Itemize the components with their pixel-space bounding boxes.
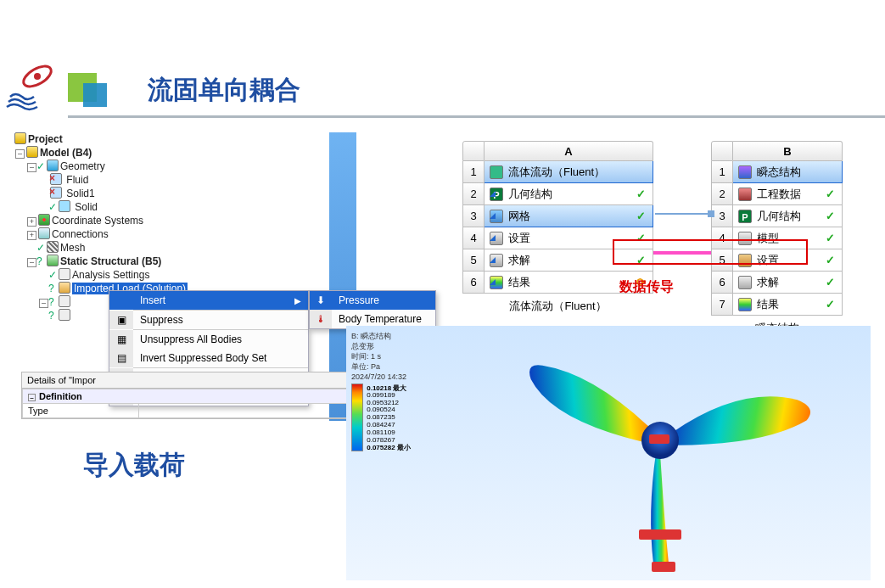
svg-rect-2 [708, 210, 714, 217]
transfer-label: 数据传导 [619, 278, 674, 296]
unsuppress-icon: ▦ [117, 333, 126, 345]
svg-point-1 [34, 73, 41, 80]
tree-solid1[interactable]: Solid1 [39, 187, 255, 200]
sysa-col: A [485, 141, 653, 161]
import-caption: 导入载荷 [83, 448, 185, 483]
ctx-suppress[interactable]: ▣Suppress [109, 311, 308, 329]
slide-header: 流固单向耦合 [0, 51, 885, 119]
result-view: B: 瞬态结构 总变形 时间: 1 s 单位: Pa 2024/7/20 14:… [346, 326, 871, 580]
details-row-value[interactable] [139, 404, 356, 418]
sysb-solve[interactable]: 求解✓ [733, 272, 843, 294]
propeller-contour [473, 334, 847, 572]
svg-rect-6 [652, 562, 675, 572]
sysa-mesh[interactable]: 网格✓ [485, 205, 653, 227]
details-header: Details of "Impor [22, 372, 356, 389]
insert-submenu: ⬇Pressure 🌡Body Temperature [309, 290, 436, 329]
tree-solid[interactable]: ✓ Solid [39, 200, 255, 214]
suppress-icon: ▣ [117, 314, 126, 326]
ctx-unsuppress[interactable]: ▦Unsuppress All Bodies [109, 330, 308, 349]
pressure-icon: ⬇ [316, 294, 325, 306]
temperature-icon: 🌡 [316, 313, 326, 325]
tree-analysis[interactable]: ✓Analysis Settings [39, 268, 255, 282]
sysa-title[interactable]: 流体流动（Fluent） [485, 161, 653, 183]
sub-pressure[interactable]: ⬇Pressure [310, 291, 435, 310]
system-link [655, 206, 714, 215]
tree-fluid[interactable]: Fluid [39, 173, 255, 187]
details-panel: Details of "Impor –Definition Type [21, 372, 356, 419]
tree-conn[interactable]: +Connections [27, 227, 255, 241]
svg-rect-4 [649, 434, 669, 444]
title-decoration [68, 71, 127, 109]
sysb-title[interactable]: 瞬态结构 [733, 161, 843, 183]
invert-icon: ▤ [117, 352, 126, 364]
logo-icon [5, 58, 59, 112]
system-b: B 1瞬态结构 2工程数据✓ 3P几何结构✓ 4模型✓ 5设置✓ 6求解✓ 7结… [711, 141, 843, 336]
details-group: Definition [39, 391, 82, 401]
sysa-footer: 流体流动（Fluent） [462, 299, 653, 314]
tree-geometry[interactable]: –✓Geometry Fluid Solid1 ✓ Solid [27, 160, 255, 214]
sysb-engdata[interactable]: 工程数据✓ [733, 183, 843, 205]
tree-mesh[interactable]: ✓Mesh [27, 241, 255, 255]
transfer-line [653, 251, 711, 255]
sysa-geometry[interactable]: P几何结构✓ [485, 183, 653, 205]
svg-rect-5 [639, 529, 681, 540]
sysb-geometry[interactable]: P几何结构✓ [733, 205, 843, 227]
page-title: 流固单向耦合 [148, 73, 300, 108]
sysb-col: B [733, 141, 843, 161]
details-row-label: Type [23, 404, 139, 418]
color-legend: 0.10218 最大 0.099189 0.0953212 0.090524 0… [351, 384, 411, 451]
ctx-invert[interactable]: ▤Invert Suppressed Body Set [109, 349, 308, 367]
tree-coord[interactable]: +Coordinate Systems [27, 214, 255, 227]
ctx-insert[interactable]: Insert▶ [109, 291, 308, 310]
header-divider [68, 115, 885, 118]
sysb-results[interactable]: 结果✓ [733, 294, 843, 316]
result-info: B: 瞬态结构 总变形 时间: 1 s 单位: Pa 2024/7/20 14:… [351, 331, 406, 382]
